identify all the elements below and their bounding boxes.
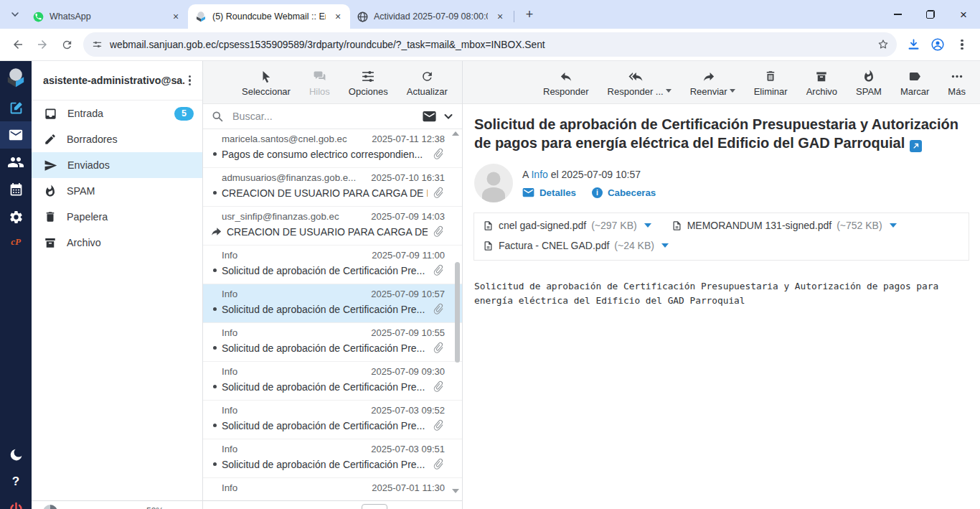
browser-tab-strip: WhatsApp × (5) Roundcube Webmail :: Envi… (0, 0, 980, 29)
tab-close-icon[interactable]: × (169, 10, 182, 23)
paperclip-icon (433, 419, 445, 431)
trash-icon (44, 210, 57, 223)
external-link-icon[interactable] (910, 140, 922, 152)
message-date: 2025-07-09 11:00 (372, 250, 445, 261)
more-button[interactable]: Más (948, 67, 966, 97)
message-list-item[interactable]: admusuarios@finanzas.gob.e... 2025-07-10… (203, 168, 462, 207)
logout-button[interactable] (8, 501, 24, 509)
contacts-icon (7, 154, 24, 171)
message-list-pane: Seleccionar Hilos Opciones Actualizar (203, 61, 463, 509)
sidebar-item-papelera[interactable]: Papelera (32, 204, 202, 230)
tab-search-button[interactable] (6, 5, 24, 24)
downloads-button[interactable] (901, 32, 925, 57)
new-tab-button[interactable]: + (520, 5, 539, 24)
message-list-item[interactable]: Info 2025-07-09 10:57 Solicitud de aprob… (203, 284, 462, 323)
message-list-item[interactable]: Info 2025-07-09 10:55 Solicitud de aprob… (203, 323, 462, 362)
browser-menu-button[interactable] (950, 32, 974, 57)
archive-icon (44, 236, 57, 249)
compose-button[interactable] (0, 94, 32, 121)
message-list-item[interactable]: Info 2025-07-03 09:51 Solicitud de aprob… (203, 439, 462, 478)
next-page-button[interactable]: › (399, 506, 403, 509)
sidebar-item-archivo[interactable]: Archivo (32, 230, 202, 256)
select-button[interactable]: Seleccionar (242, 67, 291, 97)
last-page-button[interactable]: » (415, 506, 421, 509)
archive-button[interactable]: Archivo (806, 67, 837, 97)
dark-mode-button[interactable] (9, 447, 24, 462)
message-subject: Solicitud de aprobación de Certificación… (222, 304, 428, 315)
message-list: maricela.santos@cnel.gob.ec 2025-07-11 1… (203, 129, 462, 509)
scrollbar-down-arrow[interactable] (452, 489, 459, 493)
mail-nav-button[interactable] (0, 121, 32, 149)
reload-button[interactable] (55, 32, 79, 57)
forward-button[interactable]: Reenviar (690, 67, 727, 97)
prev-page-button[interactable]: ‹ (231, 506, 235, 509)
back-button[interactable] (6, 32, 30, 57)
message-list-item[interactable]: maricela.santos@cnel.gob.ec 2025-07-11 1… (203, 129, 462, 168)
scrollbar-up-arrow[interactable] (452, 131, 459, 136)
first-page-button[interactable]: « (213, 506, 220, 509)
help-button[interactable]: ? (12, 475, 19, 489)
search-input[interactable] (231, 110, 415, 123)
mark-button[interactable]: Marcar (900, 67, 929, 97)
search-options-chevron-icon[interactable] (443, 111, 453, 121)
message-subject: Pagos de consumo electrico correspondien… (222, 149, 428, 160)
message-sender: Info (222, 289, 365, 299)
tab-close-icon[interactable]: × (331, 10, 344, 23)
refresh-button[interactable]: Actualizar (407, 67, 448, 97)
recipient-link[interactable]: Info (531, 169, 547, 180)
attachment-menu-caret[interactable] (644, 223, 651, 228)
whatsapp-icon (33, 11, 44, 22)
spam-button[interactable]: SPAM (856, 67, 882, 97)
options-button[interactable]: Opciones (349, 67, 388, 97)
account-menu-button[interactable] (184, 73, 195, 89)
restore-icon (926, 10, 935, 19)
sidebar-item-enviados[interactable]: Enviados (32, 152, 202, 178)
reply-button[interactable]: Responder (543, 67, 589, 97)
message-list-item[interactable]: usr_sinfip@finanzas.gob.ec 2025-07-09 14… (203, 207, 462, 246)
message-list-item[interactable]: Info 2025-07-09 09:30 Solicitud de aprob… (203, 362, 462, 401)
contacts-nav-button[interactable] (0, 149, 32, 176)
message-list-item[interactable]: Info 2025-07-03 09:52 Solicitud de aprob… (203, 401, 462, 439)
page-number-input[interactable] (362, 504, 387, 509)
browser-navbar: webmail.sanjuan.gob.ec/cpsess1535909589/… (0, 29, 980, 61)
attachment-menu-caret[interactable] (890, 223, 897, 228)
tab-roundcube[interactable]: (5) Roundcube Webmail :: Envia × (188, 4, 350, 29)
reply-all-button[interactable]: Responder ... (608, 67, 664, 97)
tab-actividad[interactable]: Actividad 2025-07-09 08:00:00 × (350, 4, 512, 29)
forward-menu-caret[interactable] (730, 89, 735, 93)
window-minimize-button[interactable] (881, 0, 914, 29)
headers-toggle[interactable]: i Cabeceras (592, 187, 656, 198)
attachment-chip[interactable]: cnel gad-signed.pdf (~297 KB) (483, 215, 651, 235)
calendar-nav-button[interactable] (0, 176, 32, 203)
reply-all-menu-caret[interactable] (666, 89, 672, 93)
details-toggle[interactable]: Detalles (522, 187, 576, 198)
forward-button[interactable] (30, 32, 55, 57)
sidebar-item-spam[interactable]: SPAM (32, 178, 202, 204)
window-restore-button[interactable] (914, 0, 947, 29)
tab-whatsapp[interactable]: WhatsApp × (26, 4, 188, 29)
tab-close-icon[interactable]: × (494, 10, 507, 23)
paperclip-icon (433, 225, 445, 238)
attachment-chip[interactable]: Factura - CNEL GAD.pdf (~24 KB) (483, 235, 669, 256)
unread-dot-icon (213, 191, 217, 195)
profile-button[interactable] (925, 32, 950, 57)
sidebar-item-borradores[interactable]: Borradores (32, 126, 202, 152)
kebab-menu-icon (956, 37, 967, 53)
message-list-item[interactable]: Info 2025-07-09 11:00 Solicitud de aprob… (203, 246, 462, 284)
url-text: webmail.sanjuan.gob.ec/cpsess1535909589/… (110, 39, 870, 50)
settings-nav-button[interactable] (0, 203, 32, 230)
bookmark-star-icon[interactable] (877, 38, 890, 51)
attachment-chip[interactable]: MEMORANDUM 131-signed.pdf (~752 KB) (672, 215, 897, 235)
delete-button[interactable]: Eliminar (754, 67, 788, 97)
search-scope-envelope-icon[interactable] (423, 111, 436, 122)
message-subject: Solicitud de aprobación de Certificación… (222, 381, 428, 393)
threads-button[interactable]: Hilos (309, 67, 330, 97)
cpanel-button[interactable]: cP (0, 230, 32, 253)
window-close-button[interactable]: × (947, 0, 980, 29)
refresh-icon (61, 39, 73, 51)
scrollbar-thumb[interactable] (455, 262, 460, 363)
url-bar[interactable]: webmail.sanjuan.gob.ec/cpsess1535909589/… (83, 32, 897, 57)
list-toolbar: Seleccionar Hilos Opciones Actualizar (203, 61, 462, 104)
sidebar-item-entrada[interactable]: Entrada 5 (32, 101, 202, 126)
attachment-menu-caret[interactable] (661, 243, 669, 248)
